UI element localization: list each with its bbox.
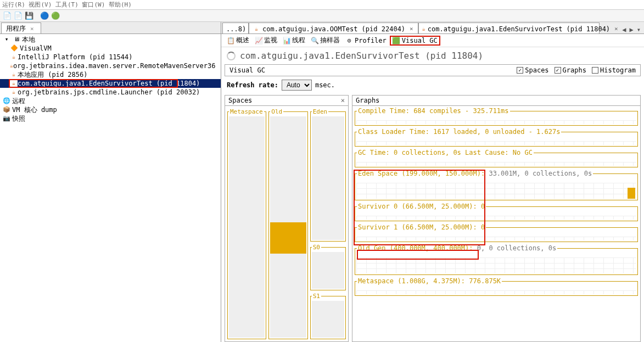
btn-label: Visual GC	[402, 37, 438, 44]
graph-old: Old Gen (400.000M, 400.000M): 0, 0 colle…	[355, 244, 638, 275]
network-icon: 🌐	[2, 97, 11, 105]
header-label: Visual GC	[229, 66, 265, 74]
btn-monitor[interactable]: 📈监视	[253, 35, 279, 46]
tree-item-selected[interactable]: ☕ com.atguigu.java1.EdenSurvivorTest (pi…	[0, 79, 221, 88]
legend: Compile Time: 684 compiles - 325.711ms	[358, 107, 509, 115]
space-s1: S1	[310, 293, 346, 339]
tree-label: IntelliJ Platform (pid 11544)	[18, 53, 133, 61]
tree-label: 本地应用 (pid 2856)	[18, 70, 87, 79]
refresh-label: Refresh rate:	[227, 81, 278, 89]
tree-item[interactable]: ☕ IntelliJ Platform (pid 11544)	[0, 53, 221, 61]
legend: Metaspace	[229, 108, 264, 115]
tab-nav[interactable]: ◀ ▶ ▾	[619, 26, 644, 33]
btn-sampler[interactable]: 🔍抽样器	[309, 35, 342, 46]
toolbar-icon[interactable]: 💾	[24, 11, 34, 21]
legend: Survivor 0 (66.500M, 25.000M): 0	[358, 203, 485, 210]
left-tab-bar: 用程序 ×	[0, 22, 221, 34]
close-icon[interactable]: ×	[30, 25, 34, 32]
close-icon[interactable]: ×	[614, 25, 618, 32]
tab-label: 用程序	[6, 24, 26, 33]
title-text: com.atguigu.java1.EdenSurvivorTest (pid …	[240, 51, 483, 61]
graph-eden: Eden Space (199.000M, 150.000M): 33.001M…	[355, 170, 638, 200]
legend-extra: 33.001M, 0 collections, 0s	[489, 170, 592, 177]
tree-item[interactable]: 🔶 VisualVM	[0, 44, 221, 53]
tab-label: com.atguigu.java1.EdenSurvivorTest (pid …	[428, 25, 610, 33]
overview-icon: 📋	[227, 37, 234, 44]
btn-label: Profiler	[355, 37, 387, 44]
visualgc-header: Visual GC Spaces Graphs Histogram	[225, 64, 641, 76]
applications-tree[interactable]: ▾ 🖥 本地 🔶 VisualVM ☕ IntelliJ Platform (p…	[0, 34, 221, 342]
java-icon: ☕	[10, 71, 18, 79]
close-icon[interactable]: ×	[341, 97, 345, 104]
java-icon: ☕	[10, 53, 18, 61]
tree-label: 快照	[12, 114, 25, 123]
close-icon[interactable]: ×	[410, 25, 413, 32]
graphs-header: Graphs	[352, 95, 641, 106]
tree-label: 本地	[22, 35, 35, 44]
tab-applications[interactable]: 用程序 ×	[1, 23, 41, 33]
toolbar-icon[interactable]: 📄	[13, 11, 23, 21]
refresh-row: Refresh rate: Auto msec.	[221, 77, 644, 95]
java-icon: ☕	[422, 25, 425, 33]
java-icon: ☕	[253, 25, 260, 33]
space-metaspace: Metaspace	[227, 108, 266, 339]
page-title: com.atguigu.java1.EdenSurvivorTest (pid …	[221, 47, 644, 63]
expand-icon[interactable]: ▾	[2, 36, 11, 43]
dropdown-icon[interactable]: ▾	[637, 26, 641, 33]
graph-gc: GC Time: 0 collections, 0s Last Cause: N…	[355, 149, 638, 167]
tree-node-snapshot[interactable]: 📷 快照	[0, 114, 221, 123]
space-old: Old	[268, 108, 307, 339]
graph-compile: Compile Time: 684 compiles - 325.711ms	[355, 107, 638, 126]
panel-title: Graphs	[356, 97, 379, 104]
legend: GC Time: 0 collections, 0s Last Cause: N…	[358, 149, 533, 156]
btn-visualgc[interactable]: 🟩Visual GC	[390, 36, 440, 46]
refresh-select[interactable]: Auto	[282, 80, 312, 91]
detail-panel: ...8) ☕ com.atguigu.java.OOMTest (pid 22…	[221, 22, 644, 342]
check-graphs[interactable]: Graphs	[555, 66, 586, 74]
toolbar-icon[interactable]: 📄	[2, 11, 12, 21]
tree-node-remote[interactable]: 🌐 远程	[0, 97, 221, 105]
tab-process-active[interactable]: ☕ com.atguigu.java1.EdenSurvivorTest (pi…	[418, 23, 600, 33]
right-tab-bar: ...8) ☕ com.atguigu.java.OOMTest (pid 22…	[221, 22, 644, 34]
tree-node-dump[interactable]: 📦 VM 核心 dump	[0, 105, 221, 114]
legend: Eden Space (199.000M, 150.000M):	[358, 170, 489, 177]
tab-process[interactable]: ☕ com.atguigu.java.OOMTest (pid 22404) ×	[249, 23, 418, 33]
prev-icon[interactable]: ◀	[622, 26, 626, 33]
legend: Metaspace (1.008G, 4.375M): 776.875K	[358, 277, 501, 285]
tree-label: org.jetbrains.jps.cmdline.Launcher (pid …	[18, 88, 200, 97]
legend: S0	[312, 244, 321, 251]
toolbar-icon[interactable]: 🔵	[40, 11, 49, 21]
btn-threads[interactable]: 📊线程	[281, 35, 307, 46]
check-histogram[interactable]: Histogram	[592, 66, 636, 74]
legend: Eden	[312, 108, 329, 115]
check-spaces[interactable]: Spaces	[517, 66, 548, 74]
graph-s0: Survivor 0 (66.500M, 25.000M): 0	[355, 203, 638, 221]
menu-bar: 运行(R) 视图(V) 工具(T) 窗口(W) 帮助(H)	[0, 0, 644, 10]
tree-item[interactable]: ☕ org.jetbrains.idea.maven.server.Remote…	[0, 61, 221, 70]
legend: Old	[270, 108, 283, 115]
loading-icon	[227, 52, 236, 60]
spaces-column: Spaces × Metaspace Old Eden	[225, 95, 349, 342]
btn-overview[interactable]: 📋概述	[225, 35, 251, 46]
btn-profiler[interactable]: ⊙Profiler	[343, 36, 389, 45]
graph-s1: Survivor 1 (66.500M, 25.000M): 0	[355, 223, 638, 242]
tree-label: VisualVM	[20, 44, 52, 53]
legend: Old Gen (400.000M, 400.000M):	[358, 244, 477, 252]
btn-label: 概述	[236, 36, 249, 45]
tab-overflow[interactable]: ...8)	[222, 23, 249, 33]
menu-fragment[interactable]: 运行(R) 视图(V) 工具(T) 窗口(W) 帮助(H)	[2, 1, 132, 9]
tree-item[interactable]: ☕ org.jetbrains.jps.cmdline.Launcher (pi…	[0, 88, 221, 97]
legend: Survivor 1 (66.500M, 25.000M): 0	[358, 223, 485, 231]
tree-item[interactable]: ☕ 本地应用 (pid 2856)	[0, 70, 221, 79]
threads-icon: 📊	[283, 37, 290, 44]
btn-label: 线程	[292, 36, 305, 45]
next-icon[interactable]: ▶	[630, 26, 634, 33]
graph-metaspace: Metaspace (1.008G, 4.375M): 776.875K	[355, 277, 638, 296]
tree-label: org.jetbrains.idea.maven.server.RemoteMa…	[13, 61, 221, 70]
tab-label: com.atguigu.java.OOMTest (pid 22404)	[262, 25, 405, 33]
toolbar-icon[interactable]: 🟢	[51, 11, 60, 21]
tree-node-local[interactable]: ▾ 🖥 本地	[0, 35, 221, 44]
computer-icon: 🖥	[12, 36, 21, 43]
refresh-unit: msec.	[315, 81, 335, 89]
tree-label: VM 核心 dump	[12, 105, 57, 114]
